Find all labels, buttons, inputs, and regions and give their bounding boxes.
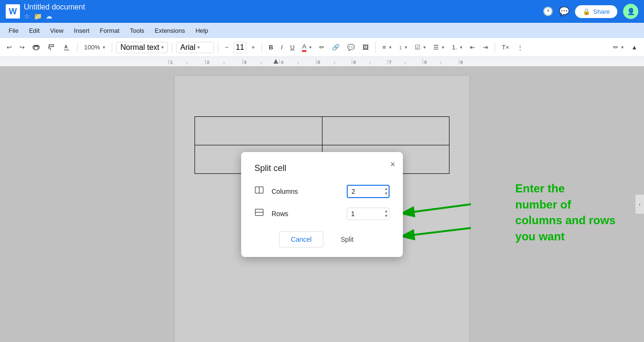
- doc-area: Enter the number of columns and rows you…: [0, 66, 644, 342]
- sep6: [375, 42, 376, 53]
- svg-text:6: 6: [353, 60, 356, 65]
- ruler-svg: 1 2 3 4 5 6 7 8 9: [0, 57, 644, 66]
- zoom-chevron: ▾: [103, 45, 105, 50]
- columns-icon: [254, 185, 264, 197]
- collapse-panel-button[interactable]: ‹: [635, 195, 644, 214]
- svg-text:4: 4: [281, 60, 283, 65]
- font-chevron: ▾: [197, 45, 200, 50]
- line-spacing-button[interactable]: ↕▾: [396, 42, 410, 53]
- folder-icon[interactable]: 📁: [34, 12, 42, 20]
- menu-bar: File Edit View Insert Format Tools Exten…: [0, 23, 644, 38]
- font-size-decrease[interactable]: −: [222, 42, 232, 53]
- ruler: 1 2 3 4 5 6 7 8 9: [0, 57, 644, 66]
- rows-row: Rows ▲ ▼: [254, 208, 390, 220]
- undo-button[interactable]: ↩: [4, 42, 15, 53]
- svg-text:3: 3: [244, 60, 246, 65]
- sep5: [262, 42, 262, 53]
- rows-input-wrapper: ▲ ▼: [347, 208, 390, 220]
- dialog-title: Split cell: [254, 163, 390, 173]
- menu-view[interactable]: View: [45, 25, 68, 36]
- history-icon[interactable]: 🕐: [543, 6, 553, 17]
- menu-format[interactable]: Format: [95, 25, 124, 36]
- svg-text:9: 9: [460, 60, 463, 65]
- paint-format-button[interactable]: [45, 42, 58, 53]
- doc-icons-row: ☆ 📁 ☁: [24, 12, 539, 20]
- svg-rect-1: [0, 57, 644, 66]
- menu-tools[interactable]: Tools: [125, 25, 149, 36]
- sep4: [218, 42, 218, 53]
- doc-title: Untitled document: [24, 3, 539, 11]
- cancel-button[interactable]: Cancel: [279, 231, 324, 247]
- star-icon[interactable]: ☆: [24, 12, 30, 20]
- columns-row: Columns ▲ ▼: [254, 185, 390, 198]
- avatar[interactable]: 👤: [623, 4, 638, 19]
- style-selector[interactable]: Normal text ▾: [116, 42, 168, 53]
- columns-increment[interactable]: ▲: [384, 187, 389, 191]
- svg-text:1: 1: [170, 60, 173, 65]
- top-bar: W Untitled document ☆ 📁 ☁ 🕐 💬 🔒 Share 👤: [0, 0, 644, 23]
- menu-insert[interactable]: Insert: [69, 25, 94, 36]
- rows-decrement[interactable]: ▼: [384, 214, 389, 218]
- indent-more-button[interactable]: ⇥: [480, 42, 491, 53]
- chat-icon[interactable]: 💬: [559, 6, 569, 17]
- columns-spinner[interactable]: ▲ ▼: [384, 185, 389, 198]
- svg-rect-0: [34, 47, 38, 50]
- sep3: [172, 42, 172, 53]
- svg-text:8: 8: [424, 60, 427, 65]
- cloud-save-icon[interactable]: ☁: [46, 12, 52, 20]
- columns-label: Columns: [272, 188, 339, 195]
- app-icon: W: [6, 4, 20, 19]
- indent-less-button[interactable]: ⇤: [467, 42, 478, 53]
- clear-format-button[interactable]: T×: [499, 42, 512, 53]
- checklist-button[interactable]: ☑▾: [412, 42, 429, 53]
- pen-button[interactable]: ✏▾: [610, 42, 626, 53]
- more-options-button[interactable]: ⋮: [514, 42, 526, 53]
- highlight-button[interactable]: ✏: [316, 42, 327, 53]
- text-color-button[interactable]: A ▾: [299, 41, 314, 54]
- spellcheck-button[interactable]: [60, 42, 73, 53]
- svg-text:5: 5: [318, 60, 320, 65]
- comment-button[interactable]: 💬: [344, 42, 358, 53]
- menu-edit[interactable]: Edit: [24, 25, 44, 36]
- split-cell-dialog: × Split cell Columns ▲ ▼: [241, 152, 403, 257]
- font-size-increase[interactable]: +: [248, 42, 258, 53]
- svg-text:2: 2: [207, 60, 209, 65]
- share-button[interactable]: 🔒 Share: [575, 5, 617, 18]
- svg-text:7: 7: [389, 60, 391, 65]
- split-button[interactable]: Split: [329, 231, 365, 247]
- link-button[interactable]: 🔗: [329, 42, 342, 53]
- font-size-field[interactable]: 11: [234, 42, 247, 53]
- rows-input[interactable]: [347, 208, 390, 220]
- underline-button[interactable]: U: [287, 42, 297, 53]
- sep7: [495, 42, 495, 53]
- print-button[interactable]: [29, 42, 43, 53]
- zoom-selector[interactable]: 100% ▾: [81, 42, 108, 53]
- align-button[interactable]: ≡▾: [380, 42, 394, 53]
- dialog-close-button[interactable]: ×: [390, 160, 395, 170]
- rows-spinner[interactable]: ▲ ▼: [384, 208, 389, 220]
- columns-input-wrapper: ▲ ▼: [347, 185, 390, 198]
- bold-button[interactable]: B: [266, 42, 276, 53]
- sep1: [77, 42, 78, 53]
- columns-input[interactable]: [347, 185, 390, 198]
- sep2: [112, 42, 112, 53]
- style-chevron: ▾: [161, 45, 164, 50]
- doc-title-area: Untitled document ☆ 📁 ☁: [24, 3, 539, 20]
- toolbar: ↩ ↪ 100% ▾ Normal text ▾ Arial ▾ − 11 + …: [0, 38, 644, 57]
- font-selector[interactable]: Arial ▾: [176, 42, 214, 53]
- image-button[interactable]: 🖼: [360, 42, 371, 53]
- rows-label: Rows: [272, 210, 339, 218]
- modal-overlay: × Split cell Columns ▲ ▼: [0, 66, 644, 342]
- collapse-toolbar-button[interactable]: ▲: [628, 42, 640, 53]
- redo-button[interactable]: ↪: [17, 42, 28, 53]
- num-list-button[interactable]: 1.▾: [449, 42, 465, 53]
- italic-button[interactable]: I: [278, 42, 285, 53]
- menu-help[interactable]: Help: [191, 25, 213, 36]
- columns-decrement[interactable]: ▼: [384, 191, 389, 196]
- rows-increment[interactable]: ▲: [384, 209, 389, 214]
- top-right-actions: 🕐 💬 🔒 Share 👤: [543, 4, 638, 19]
- share-lock-icon: 🔒: [583, 8, 590, 15]
- menu-extensions[interactable]: Extensions: [150, 25, 190, 36]
- bullet-list-button[interactable]: ☰▾: [430, 42, 447, 53]
- menu-file[interactable]: File: [4, 25, 23, 36]
